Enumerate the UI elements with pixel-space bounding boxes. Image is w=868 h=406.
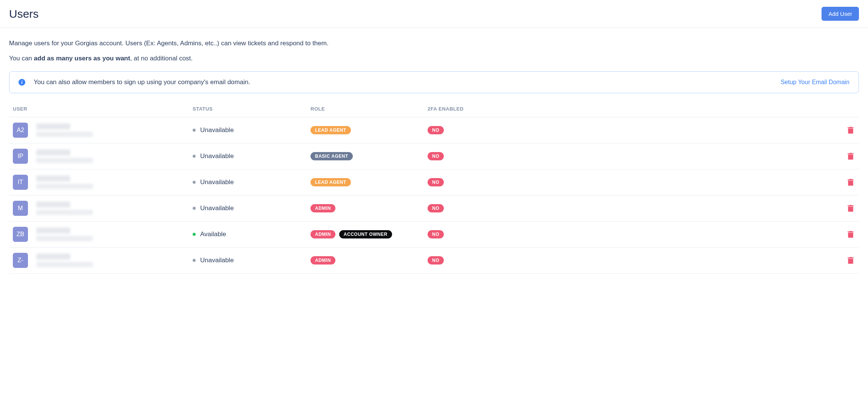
description-prefix: You can [9,55,34,62]
trash-icon [848,127,854,134]
table-row[interactable]: IPUnavailableBASIC AGENTNO [9,143,859,169]
page-header: Users Add User [0,0,868,28]
role-cell: ADMINACCOUNT OWNER [310,230,428,238]
description-bold: add as many users as you want [34,55,130,62]
status-cell: Available [193,231,310,238]
column-header-status: STATUS [193,106,310,112]
status-cell: Unavailable [193,126,310,134]
delete-user-button[interactable] [846,203,855,213]
user-info-redacted [36,201,93,215]
user-info-redacted [36,228,93,241]
avatar: A2 [13,123,28,138]
user-info-redacted [36,149,93,163]
table-row[interactable]: Z-UnavailableADMINNO [9,247,859,274]
status-dot-icon [193,181,196,184]
trash-icon [848,153,854,160]
status-text: Unavailable [200,178,234,186]
user-cell: IT [13,175,193,190]
status-dot-icon [193,155,196,158]
trash-icon [848,205,854,212]
trash-icon [848,257,854,264]
role-badge: ADMIN [310,230,335,238]
role-cell: LEAD AGENT [310,126,428,134]
column-header-role: ROLE [310,106,428,112]
role-cell: BASIC AGENT [310,152,428,160]
twofa-badge: NO [428,178,444,186]
twofa-badge: NO [428,256,444,265]
table-row[interactable]: ITUnavailableLEAD AGENTNO [9,169,859,195]
table-header-row: USER STATUS ROLE 2FA ENABLED [9,101,859,117]
trash-icon [848,231,854,238]
user-cell: Z- [13,253,193,268]
column-header-action [840,106,855,112]
add-user-button[interactable]: Add User [822,7,859,21]
role-cell: LEAD AGENT [310,178,428,186]
status-cell: Unavailable [193,178,310,186]
role-badge: ADMIN [310,256,335,265]
avatar: IT [13,175,28,190]
status-text: Unavailable [200,205,234,212]
delete-user-button[interactable] [846,151,855,161]
status-text: Available [200,231,226,238]
delete-user-button[interactable] [846,229,855,239]
column-header-2fa: 2FA ENABLED [428,106,840,112]
user-info-redacted [36,175,93,189]
role-cell: ADMIN [310,256,428,265]
twofa-badge: NO [428,204,444,212]
description-suffix: , at no additional cost. [130,55,193,62]
user-info-redacted [36,123,93,137]
role-cell: ADMIN [310,204,428,212]
delete-user-button[interactable] [846,125,855,135]
avatar: ZB [13,227,28,242]
status-cell: Unavailable [193,257,310,264]
role-badge: BASIC AGENT [310,152,353,160]
info-icon: i [19,79,25,86]
avatar: IP [13,149,28,164]
role-badge: ACCOUNT OWNER [339,230,392,238]
setup-email-domain-link[interactable]: Setup Your Email Domain [781,79,849,86]
table-body: A2UnavailableLEAD AGENTNOIPUnavailableBA… [9,117,859,274]
avatar: Z- [13,253,28,268]
info-banner-left: i You can also allow members to sign up … [19,78,250,86]
role-badge: LEAD AGENT [310,178,351,186]
page-content: Manage users for your Gorgias account. U… [0,28,868,274]
description-line-2: You can add as many users as you want, a… [9,54,859,63]
user-cell: ZB [13,227,193,242]
status-cell: Unavailable [193,205,310,212]
status-dot-icon [193,233,196,236]
user-info-redacted [36,254,93,267]
column-header-user: USER [13,106,193,112]
trash-icon [848,179,854,186]
twofa-badge: NO [428,152,444,160]
status-dot-icon [193,259,196,262]
twofa-badge: NO [428,126,444,134]
delete-user-button[interactable] [846,255,855,265]
status-dot-icon [193,129,196,132]
twofa-badge: NO [428,230,444,238]
info-banner-text: You can also allow members to sign up us… [34,78,250,86]
role-badge: LEAD AGENT [310,126,351,134]
status-text: Unavailable [200,257,234,264]
table-row[interactable]: A2UnavailableLEAD AGENTNO [9,117,859,143]
status-text: Unavailable [200,152,234,160]
role-badge: ADMIN [310,204,335,212]
status-dot-icon [193,207,196,210]
page-title: Users [9,8,39,20]
delete-user-button[interactable] [846,177,855,187]
info-banner: i You can also allow members to sign up … [9,71,859,93]
user-cell: IP [13,149,193,164]
avatar: M [13,201,28,216]
status-cell: Unavailable [193,152,310,160]
description-line-1: Manage users for your Gorgias account. U… [9,38,859,48]
status-text: Unavailable [200,126,234,134]
user-cell: M [13,201,193,216]
table-row[interactable]: ZBAvailableADMINACCOUNT OWNERNO [9,221,859,247]
table-row[interactable]: MUnavailableADMINNO [9,195,859,221]
user-cell: A2 [13,123,193,138]
